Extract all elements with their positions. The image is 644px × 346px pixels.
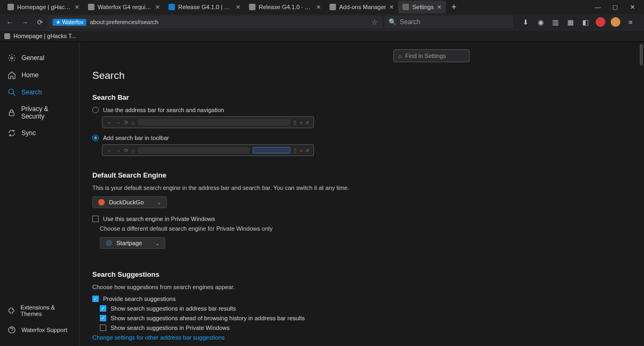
address-bar[interactable]: ★ Waterfox about:preferences#search ☆ — [48, 16, 382, 28]
close-icon[interactable]: ✕ — [155, 4, 160, 11]
reload-button[interactable]: ⟳ — [33, 16, 46, 28]
favicon-icon — [4, 33, 10, 39]
sidebar-item-label: General — [21, 54, 45, 62]
radio-address-bar-option[interactable]: Use the address bar for search and navig… — [92, 107, 631, 113]
forward-icon: → — [115, 148, 121, 153]
tab-3[interactable]: Release G4.1.0 · WaterfoxCo/W✕ — [245, 1, 325, 13]
check-suggest-addressbar[interactable]: Show search suggestions in address bar r… — [100, 305, 631, 312]
tab-label: Add-ons Manager — [339, 4, 386, 10]
profile-icon[interactable] — [611, 17, 620, 27]
scrollbar[interactable] — [639, 42, 643, 346]
sidebar-item-label: Sync — [21, 129, 36, 137]
close-icon[interactable]: ✕ — [437, 4, 442, 11]
check-suggest-ahead-history[interactable]: Show search suggestions ahead of browsin… — [100, 315, 631, 321]
toolbar: ⬇ ◉ ▥ ▦ ◧ ≡ — [515, 17, 641, 27]
gear-icon — [8, 54, 16, 62]
favicon-icon — [88, 4, 94, 10]
downloads-icon[interactable]: ⬇ — [521, 17, 530, 27]
apps-icon[interactable]: ▦ — [566, 17, 575, 27]
radio-add-search-bar[interactable]: Add search bar in toolbar — [92, 135, 631, 141]
shield-icon[interactable]: ◉ — [536, 17, 545, 27]
find-in-settings[interactable]: ⌕ Find in Settings — [393, 49, 470, 62]
back-icon: ← — [107, 120, 112, 126]
new-tab-button[interactable]: + — [446, 2, 462, 12]
sidebar-item-label: Privacy & Security — [21, 105, 71, 120]
content-area: General Home Search Privacy & Security S… — [0, 42, 644, 346]
section-suggestions: Search Suggestions — [92, 270, 631, 278]
ext-icon[interactable] — [596, 17, 605, 27]
menu-button[interactable]: ≡ — [626, 17, 635, 27]
sidebar-item-sync[interactable]: Sync — [5, 124, 74, 142]
duckduckgo-icon — [98, 199, 105, 205]
search-bar[interactable]: 🔍 Search — [384, 16, 513, 28]
default-engine-select[interactable]: DuckDuckGo ⌄ — [92, 196, 167, 208]
sidebar-item-general[interactable]: General — [5, 49, 74, 67]
favicon-icon — [169, 4, 175, 10]
check-provide-suggestions[interactable]: Provide search suggestions — [92, 296, 631, 302]
library-icon[interactable]: ▥ — [551, 17, 560, 27]
select-value: DuckDuckGo — [109, 199, 144, 205]
private-engine-select[interactable]: Startpage ⌄ — [100, 237, 165, 249]
lock-icon — [8, 108, 16, 117]
mock-search-box — [253, 147, 290, 153]
settings-main: ⌕ Find in Settings Search Search Bar Use… — [79, 42, 644, 346]
sidebar-item-privacy[interactable]: Privacy & Security — [5, 101, 74, 124]
close-icon[interactable]: ✕ — [75, 4, 79, 11]
minimize-button[interactable]: — — [589, 0, 606, 14]
back-icon: ← — [107, 148, 112, 153]
sidebar-item-search[interactable]: Search — [5, 84, 74, 101]
radio-icon — [92, 135, 99, 141]
home-icon: ⌂ — [131, 148, 135, 153]
check-label: Show search suggestions in Private Windo… — [111, 325, 230, 331]
bookmark-item[interactable]: Homepage | gHacks T... — [4, 33, 76, 39]
puzzle-icon — [8, 306, 15, 315]
overflow-icon: » — [300, 120, 303, 126]
tab-2[interactable]: Release G4.1.0 | Waterfox✕ — [164, 1, 245, 13]
sidebar-item-support[interactable]: Waterfox Support — [5, 321, 74, 338]
sidebar-item-extensions[interactable]: Extensions & Themes — [5, 300, 74, 321]
sync-icon — [8, 129, 16, 137]
check-suggest-private[interactable]: Show search suggestions in Private Windo… — [100, 325, 631, 331]
close-window-button[interactable]: ✕ — [624, 0, 641, 14]
forward-button[interactable]: → — [18, 16, 31, 28]
close-icon[interactable]: ✕ — [389, 4, 394, 11]
startpage-icon — [106, 240, 112, 246]
maximize-button[interactable]: ▢ — [606, 0, 624, 14]
tab-0[interactable]: Homepage | gHacks Technol✕ — [3, 1, 84, 13]
container-icon[interactable]: ◧ — [581, 17, 590, 27]
reader-icon: ▯ — [294, 120, 297, 126]
check-label: Show search suggestions ahead of browsin… — [111, 315, 305, 321]
suggestions-desc: Choose how suggestions from search engin… — [92, 284, 631, 290]
checkbox-icon — [100, 315, 106, 321]
check-label: Use this search engine in Private Window… — [103, 216, 215, 222]
svg-point-0 — [11, 57, 13, 59]
tab-5[interactable]: Settings✕ — [398, 1, 446, 13]
sidebar-item-home[interactable]: Home — [5, 67, 74, 84]
sidebar-footer: Extensions & Themes Waterfox Support — [5, 300, 74, 338]
tab-strip: Homepage | gHacks Technol✕ Waterfox G4 r… — [0, 0, 644, 14]
gear-icon — [402, 4, 409, 10]
close-icon[interactable]: ✕ — [316, 4, 321, 11]
reload-icon: ⟳ — [124, 148, 128, 153]
sidebar-item-label: Home — [21, 71, 39, 79]
forward-icon: → — [115, 120, 121, 126]
link-other-suggestions[interactable]: Change settings for other address bar su… — [92, 334, 631, 341]
find-placeholder: Find in Settings — [405, 53, 446, 59]
checkbox-icon — [100, 325, 106, 331]
bookmarks-toolbar: Homepage | gHacks T... — [0, 30, 644, 42]
search-icon — [8, 88, 16, 97]
sidebar-item-label: Search — [21, 89, 42, 96]
bookmark-label: Homepage | gHacks T... — [13, 33, 76, 39]
close-icon[interactable]: ✕ — [236, 4, 240, 11]
sidebar-item-label: Waterfox Support — [21, 327, 67, 333]
overflow-icon: » — [300, 148, 303, 153]
sidebar-item-label: Extensions & Themes — [20, 304, 71, 317]
tab-1[interactable]: Waterfox G4 requires an SSE4.2✕ — [84, 1, 164, 13]
tab-4[interactable]: Add-ons Manager✕ — [325, 1, 398, 13]
puzzle-icon — [330, 4, 336, 10]
reload-icon: ⟳ — [124, 120, 128, 126]
bookmark-star-icon[interactable]: ☆ — [371, 18, 378, 26]
svg-rect-2 — [9, 112, 14, 115]
check-private-engine[interactable]: Use this search engine in Private Window… — [92, 216, 631, 222]
back-button[interactable]: ← — [3, 16, 16, 28]
